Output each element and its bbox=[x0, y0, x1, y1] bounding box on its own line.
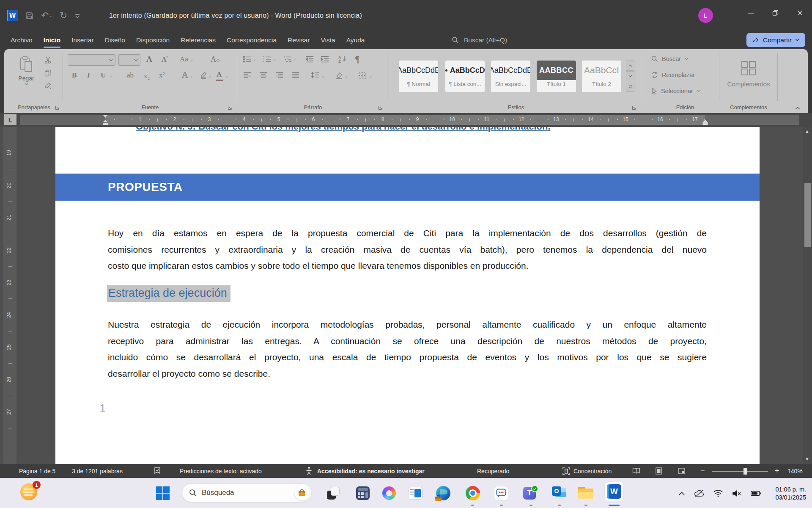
tab-correspondencia[interactable]: Correspondencia bbox=[221, 31, 282, 49]
borders-icon[interactable] bbox=[359, 72, 366, 79]
find-button[interactable]: Buscar bbox=[651, 55, 689, 62]
proofing-icon[interactable] bbox=[154, 464, 161, 478]
highlight-color-icon[interactable] bbox=[200, 71, 208, 79]
taskbar-search[interactable]: Búsqueda bbox=[182, 483, 312, 502]
page-indicator[interactable]: Página 1 de 5 bbox=[19, 464, 55, 478]
wifi-icon[interactable] bbox=[713, 490, 723, 497]
italic-button[interactable]: I bbox=[87, 71, 90, 80]
account-avatar[interactable]: L bbox=[698, 8, 713, 23]
web-layout-icon[interactable] bbox=[678, 464, 685, 478]
justify-icon[interactable] bbox=[291, 72, 299, 78]
addins-button[interactable]: Complementos bbox=[723, 52, 774, 95]
align-left-icon[interactable] bbox=[243, 72, 251, 78]
superscript-button[interactable]: x² bbox=[159, 71, 165, 80]
tab-diseno[interactable]: Diseño bbox=[99, 31, 131, 49]
battery-icon[interactable] bbox=[751, 491, 761, 496]
chat-icon[interactable] bbox=[493, 485, 510, 502]
vertical-ruler[interactable]: 192021222324252627 bbox=[3, 127, 16, 464]
subscript-button[interactable]: x₂ bbox=[144, 72, 150, 80]
styles-scroll-down-icon[interactable] bbox=[626, 71, 634, 81]
font-dialog-launcher-icon[interactable] bbox=[228, 105, 232, 110]
format-painter-icon[interactable] bbox=[44, 82, 52, 89]
document-page[interactable]: Objetivo N. 3: Buscar con Citi los mejor… bbox=[55, 127, 760, 464]
shrink-font-icon[interactable]: Aˇ bbox=[162, 55, 168, 64]
font-color-icon[interactable]: A bbox=[217, 70, 222, 79]
volume-muted-icon[interactable] bbox=[732, 490, 741, 497]
tab-ayuda[interactable]: Ayuda bbox=[341, 31, 370, 49]
chrome-icon[interactable] bbox=[464, 485, 481, 502]
scroll-down-icon[interactable]: ▼ bbox=[805, 456, 809, 461]
bullet-list-icon[interactable] bbox=[243, 56, 252, 63]
tab-insertar[interactable]: Insertar bbox=[66, 31, 99, 49]
clear-formatting-icon[interactable]: A◇ bbox=[211, 55, 219, 64]
tab-archivo[interactable]: Archivo bbox=[5, 31, 38, 49]
horizontal-ruler[interactable]: 1234567891011121314151617 bbox=[20, 115, 799, 125]
align-right-icon[interactable] bbox=[275, 72, 283, 78]
tab-selector[interactable]: L bbox=[4, 114, 16, 125]
task-view-icon[interactable] bbox=[325, 485, 342, 502]
scroll-up-icon[interactable]: ▲ bbox=[805, 129, 809, 134]
grow-font-icon[interactable]: Aˆ bbox=[146, 55, 154, 64]
vertical-scrollbar[interactable]: ▲ ▼ bbox=[803, 127, 812, 464]
zoom-slider-handle[interactable] bbox=[743, 468, 747, 475]
style-titulo1[interactable]: AABBCC Título 1 bbox=[537, 61, 576, 92]
redo-icon[interactable]: ↻ bbox=[60, 10, 67, 21]
outlook-icon[interactable]: O bbox=[551, 485, 568, 502]
cut-icon[interactable] bbox=[44, 57, 52, 64]
taskbar-clock[interactable]: 01:06 p. m. 03/01/2025 bbox=[775, 478, 806, 508]
tab-revisar[interactable]: Revisar bbox=[282, 31, 315, 49]
accessibility-status[interactable]: Accesibilidad: es necesario investigar bbox=[317, 464, 425, 478]
text-predictions[interactable]: Predicciones de texto: activado bbox=[180, 464, 262, 478]
widgets-board-icon[interactable] bbox=[407, 485, 424, 502]
start-button[interactable] bbox=[154, 485, 171, 502]
strikethrough-button[interactable]: ab bbox=[127, 71, 134, 80]
font-name-combo[interactable] bbox=[68, 54, 115, 66]
paragraph-dialog-launcher-icon[interactable] bbox=[378, 105, 383, 110]
print-layout-icon[interactable] bbox=[656, 464, 662, 478]
clipboard-dialog-launcher-icon[interactable] bbox=[55, 105, 60, 110]
pilcrow-icon[interactable]: ¶ bbox=[355, 54, 359, 65]
scrollbar-thumb[interactable] bbox=[804, 183, 811, 247]
word-count[interactable]: 3 de 1201 palabras bbox=[72, 464, 123, 478]
search-box[interactable]: Buscar (Alt+Q) bbox=[452, 31, 507, 49]
underline-chevron-icon[interactable]: ⌄ bbox=[109, 74, 112, 78]
decrease-indent-icon[interactable] bbox=[305, 56, 314, 63]
word-taskbar-active[interactable]: W bbox=[604, 482, 624, 501]
collapse-ribbon-icon[interactable] bbox=[795, 106, 800, 110]
tray-expand-icon[interactable] bbox=[679, 491, 685, 495]
restore-button[interactable] bbox=[763, 0, 787, 25]
file-explorer-icon[interactable] bbox=[577, 485, 594, 502]
word-app-icon[interactable]: W bbox=[7, 10, 18, 21]
numbered-list-icon[interactable] bbox=[263, 56, 272, 63]
save-icon[interactable] bbox=[25, 11, 34, 20]
read-mode-icon[interactable] bbox=[632, 464, 640, 478]
styles-scroll-up-icon[interactable] bbox=[626, 61, 634, 71]
text-effects-icon[interactable]: A bbox=[182, 70, 188, 80]
focus-mode[interactable]: Concentración bbox=[562, 464, 612, 478]
styles-gallery-expand-icon[interactable] bbox=[626, 82, 634, 92]
change-case-icon[interactable]: Aa ⌄ bbox=[180, 55, 193, 64]
indent-markers-left[interactable] bbox=[103, 115, 108, 125]
search-highlight-icon[interactable] bbox=[294, 485, 310, 500]
widgets-weather-icon[interactable]: 1 bbox=[20, 484, 37, 501]
customize-toolbar-icon[interactable] bbox=[74, 13, 80, 19]
align-center-icon[interactable] bbox=[259, 72, 267, 78]
tab-disposicion[interactable]: Disposición bbox=[131, 31, 175, 49]
tab-referencias[interactable]: Referencias bbox=[175, 31, 221, 49]
zoom-in-button[interactable]: + bbox=[775, 464, 779, 478]
replace-button[interactable]: Reemplazar bbox=[651, 72, 695, 78]
tab-inicio[interactable]: Inicio bbox=[38, 31, 66, 49]
indent-marker-right[interactable] bbox=[702, 120, 708, 125]
style-titulo2[interactable]: AaBbCcI Título 2 bbox=[582, 61, 621, 92]
style-lista[interactable]: • AaBbCcD ¶ Lista con... bbox=[445, 61, 485, 92]
style-sin-espaciado[interactable]: AaBbCcDdE Sin espaci... bbox=[491, 61, 530, 92]
multilevel-list-icon[interactable] bbox=[283, 56, 292, 63]
sort-icon[interactable]: AZ bbox=[338, 55, 348, 63]
close-button[interactable] bbox=[787, 0, 812, 25]
select-button[interactable]: Seleccionar bbox=[651, 88, 701, 94]
minimize-button[interactable] bbox=[738, 0, 763, 25]
paste-button[interactable]: Pegar bbox=[14, 54, 39, 87]
share-button[interactable]: Compartir bbox=[746, 33, 805, 47]
calculator-icon[interactable] bbox=[354, 485, 371, 502]
styles-dialog-launcher-icon[interactable] bbox=[632, 105, 636, 110]
